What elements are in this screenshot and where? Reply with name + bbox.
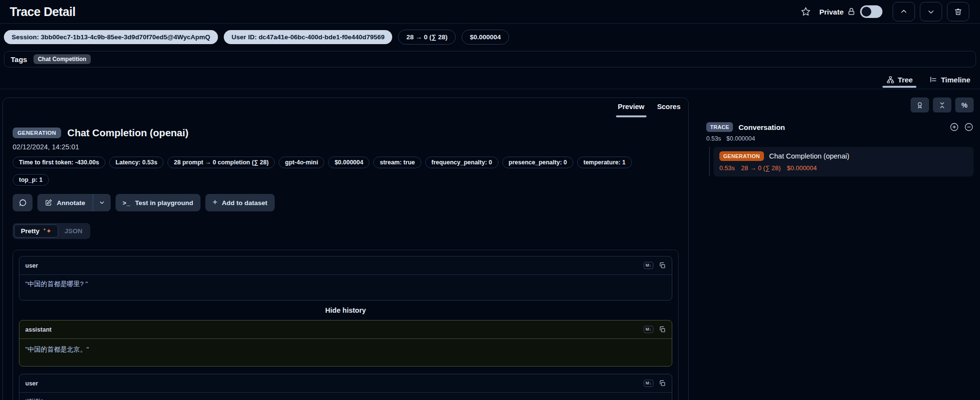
copy-icon[interactable] — [659, 326, 666, 333]
comments-button[interactable] — [13, 194, 33, 211]
add-to-dataset-label: Add to dataset — [222, 199, 267, 207]
annotate-edit-icon — [45, 199, 52, 207]
observation-preview-card: Preview Scores GENERATION Chat Completio… — [2, 97, 689, 400]
expand-all-icon[interactable] — [949, 122, 959, 132]
tab-scores[interactable]: Scores — [657, 103, 681, 118]
format-pretty-segment[interactable]: Pretty ✦✦ — [14, 224, 58, 238]
award-icon — [916, 101, 924, 109]
add-to-dataset-button[interactable]: + Add to dataset — [205, 194, 275, 211]
message-header: user M↓ — [19, 374, 672, 393]
pretty-label: Pretty — [21, 227, 39, 235]
tab-tree[interactable]: Tree — [885, 72, 914, 89]
trash-icon — [954, 7, 963, 16]
generation-tree-item[interactable]: GENERATION Chat Completion (openai) 0.53… — [714, 147, 974, 176]
metric-badge: stream: true — [373, 157, 421, 168]
comment-icon — [18, 198, 27, 207]
scores-toggle-button[interactable] — [911, 97, 929, 112]
generation-latency: 0.53s — [719, 164, 735, 172]
metric-badge: $0.000004 — [328, 157, 369, 168]
metric-badge: gpt-4o-mini — [279, 157, 324, 168]
message-content: "中国的首都是哪里? " — [19, 275, 672, 300]
message-content: "谢谢" — [19, 393, 672, 400]
generation-type-badge: GENERATION — [13, 128, 61, 138]
content-area: Preview Scores GENERATION Chat Completio… — [0, 97, 980, 392]
collapse-all-button[interactable] — [933, 97, 951, 112]
tree-panel-toolbar: % — [706, 97, 974, 112]
tree-branch: GENERATION Chat Completion (openai) 0.53… — [709, 147, 974, 176]
page-title: Trace Detail — [10, 5, 76, 19]
generation-tokens: 28 → 0 (∑ 28) — [741, 164, 781, 172]
metrics-toggle-button[interactable]: % — [955, 97, 974, 112]
message-block-user-2: user M↓ "谢谢" — [19, 374, 672, 400]
privacy-toggle[interactable] — [860, 5, 882, 18]
metric-badge: frequency_penalty: 0 — [425, 157, 498, 168]
annotate-button[interactable]: Annotate — [37, 194, 93, 211]
metric-badges-row-2: top_p: 1 — [13, 174, 679, 186]
message-block-user-1: user M↓ "中国的首都是哪里? " — [19, 256, 672, 301]
metric-badges-row-1: Time to first token: -430.00s Latency: 0… — [13, 157, 679, 168]
generation-badge: GENERATION — [719, 151, 764, 161]
tab-timeline-label: Timeline — [941, 76, 970, 84]
chevron-up-icon — [899, 7, 908, 16]
markdown-toggle-icon[interactable]: M↓ — [644, 262, 653, 269]
timeline-icon — [929, 76, 937, 84]
trace-tree-panel: % TRACE Conversation 0.53s $0.000004 GEN… — [699, 97, 980, 176]
test-in-playground-button[interactable]: >_ Test in playground — [116, 194, 201, 211]
tags-container: Tags Chat Competition — [4, 51, 976, 67]
message-role: user — [25, 380, 38, 387]
meta-badges-row: Session: 3bb00ec7-1b13-4c9b-85ee-3d9d70f… — [0, 24, 980, 50]
next-trace-button[interactable] — [920, 2, 942, 21]
copy-icon[interactable] — [659, 380, 666, 387]
hide-history-button[interactable]: Hide history — [19, 301, 672, 320]
trace-cost: $0.000004 — [727, 135, 755, 142]
privacy-control: Private — [819, 5, 882, 18]
tab-preview[interactable]: Preview — [618, 103, 645, 118]
trace-root-row[interactable]: TRACE Conversation — [706, 122, 974, 132]
generation-title: Chat Completion (openai) — [769, 152, 849, 160]
tab-timeline[interactable]: Timeline — [928, 72, 971, 89]
previous-trace-button[interactable] — [893, 2, 915, 21]
chevron-down-icon — [927, 7, 935, 16]
messages-container: user M↓ "中国的首都是哪里? " Hide history assist… — [13, 250, 679, 400]
message-header: assistant M↓ — [19, 320, 672, 339]
cost-badge: $0.000004 — [462, 30, 509, 45]
message-header: user M↓ — [19, 256, 672, 275]
tags-label: Tags — [11, 55, 27, 64]
user-id-badge[interactable]: User ID: dc47a41e-06bc-400d-bde1-f0e440d… — [224, 30, 392, 44]
format-json-segment[interactable]: JSON — [58, 225, 89, 237]
markdown-toggle-icon[interactable]: M↓ — [644, 380, 653, 387]
trace-latency: 0.53s — [706, 135, 721, 142]
observation-title: Chat Completion (openai) — [67, 127, 188, 139]
metric-badge: presence_penalty: 0 — [502, 157, 573, 168]
playground-label: Test in playground — [135, 199, 193, 207]
observation-timestamp: 02/12/2024, 14:25:01 — [13, 143, 679, 151]
star-icon[interactable] — [800, 6, 811, 17]
annotate-dropdown-button[interactable] — [93, 194, 111, 211]
chevrons-fold-icon — [938, 101, 946, 109]
preview-tabs: Preview Scores — [3, 98, 688, 118]
tree-icon — [886, 76, 895, 84]
metric-badge: temperature: 1 — [577, 157, 632, 168]
sparkles-icon: ✦✦ — [43, 228, 51, 234]
message-role: assistant — [25, 326, 51, 333]
percent-icon: % — [962, 101, 967, 109]
copy-icon[interactable] — [659, 262, 666, 269]
metric-badge: Latency: 0.53s — [109, 157, 164, 168]
toggle-knob — [862, 7, 871, 16]
trace-type-badge: TRACE — [706, 122, 733, 132]
message-content: "中国的首都是北京。" — [19, 339, 672, 366]
metric-badge: Time to first token: -430.00s — [13, 157, 105, 168]
trace-metrics: 0.53s $0.000004 — [706, 135, 974, 142]
delete-trace-button[interactable] — [947, 2, 969, 21]
metric-badge: 28 prompt → 0 completion (∑ 28) — [167, 157, 275, 168]
tag-chat-competition[interactable]: Chat Competition — [33, 54, 91, 64]
token-usage-badge: 28 → 0 (∑ 28) — [398, 30, 456, 45]
generation-cost: $0.000004 — [787, 164, 816, 172]
actions-row: Annotate >_ Test in playground + Add to … — [13, 194, 679, 211]
annotate-label: Annotate — [57, 199, 85, 207]
top-bar: Trace Detail Private — [0, 0, 980, 23]
markdown-toggle-icon[interactable]: M↓ — [644, 326, 653, 333]
plus-icon: + — [213, 197, 217, 207]
collapse-node-icon[interactable] — [964, 122, 974, 132]
session-badge[interactable]: Session: 3bb00ec7-1b13-4c9b-85ee-3d9d70f… — [4, 30, 218, 44]
